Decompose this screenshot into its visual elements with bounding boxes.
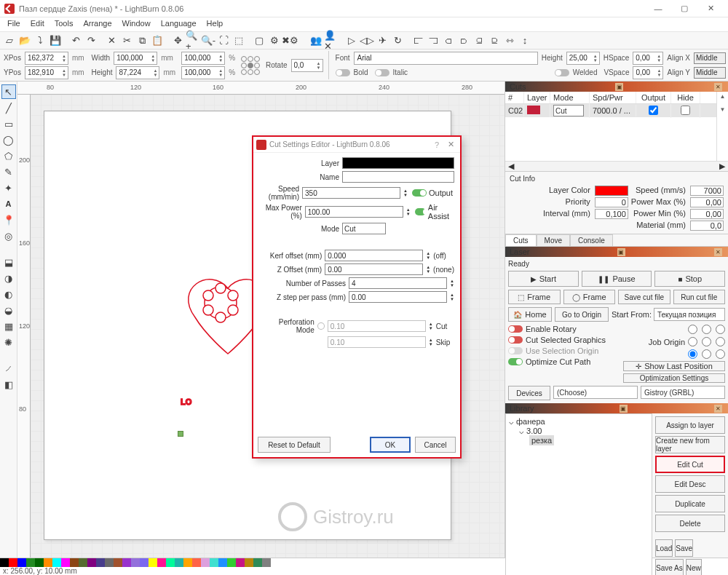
panel-close-icon[interactable]: ✕ [714,405,722,413]
dist-h-icon[interactable]: ⇿ [502,33,517,48]
frame-hull-button[interactable]: ◯ Frame [563,290,616,304]
kerf-input[interactable] [325,250,423,261]
perf-toggle[interactable] [317,322,325,330]
select-tool-icon[interactable]: ↖ [1,84,16,99]
alignx-select[interactable]: Middle [694,52,726,64]
load-button[interactable]: Load [655,539,673,557]
enable-rotary-toggle[interactable] [508,325,523,333]
align-c-icon[interactable]: ⫎ [426,33,440,48]
color-swatch[interactable] [26,558,35,567]
sy-input[interactable]: ▲▼ [181,66,225,79]
bool-icon[interactable]: ◑ [1,271,16,285]
color-swatch[interactable] [175,558,183,567]
color-swatch[interactable] [87,558,96,567]
minimize-button[interactable]: — [645,1,671,17]
sx-input[interactable]: ▲▼ [181,52,225,65]
hspace-input[interactable]: ▲▼ [633,52,663,65]
path-tool-icon[interactable]: ✎ [1,164,16,179]
menu-arrange[interactable]: Arrange [79,17,116,31]
radial-array-icon[interactable]: ✺ [1,335,16,349]
color-swatch[interactable] [149,558,157,567]
color-swatch[interactable] [52,558,61,567]
menu-edit[interactable]: Edit [26,17,49,31]
color-swatch[interactable] [122,558,131,567]
zoom-in-icon[interactable]: 🔍+ [186,33,200,48]
align-l-icon[interactable]: ⫍ [411,33,425,48]
devices-button[interactable]: Devices [508,386,550,400]
color-swatch[interactable] [96,558,105,567]
color-swatch[interactable] [245,558,253,567]
frame-rect-button[interactable]: ⬚ Frame [508,290,561,304]
send-icon[interactable]: ✈ [375,33,389,48]
rotate-icon[interactable]: ↻ [390,33,405,48]
menu-window[interactable]: Window [118,17,155,31]
mirror-v-icon[interactable]: ◁▷ [360,33,374,48]
color-swatch[interactable] [218,558,227,567]
open-icon[interactable]: 📂 [17,33,32,48]
align-m-icon[interactable]: ⫑ [472,33,486,48]
color-swatch[interactable] [70,558,79,567]
paste-icon[interactable]: 📋 [150,33,165,48]
dlg-power-input[interactable] [305,206,403,218]
polygon-tool-icon[interactable]: ⬠ [1,148,16,163]
dlg-speed-input[interactable] [302,187,400,199]
redo-icon[interactable]: ↷ [84,33,98,48]
interval-value[interactable]: 0,100 [595,209,628,219]
optimize-toggle[interactable] [508,358,523,365]
color-swatch[interactable] [44,558,52,567]
align-t-icon[interactable]: ⫐ [456,33,471,48]
color-swatch[interactable] [227,558,236,567]
tab-move[interactable]: Move [537,234,570,246]
zoom-frame-icon[interactable]: ⛶ [216,33,231,48]
color-swatch[interactable] [35,558,44,567]
tab-console[interactable]: Console [570,234,613,246]
color-swatch[interactable] [201,558,210,567]
priority-value[interactable]: 0 [595,197,628,207]
opt-settings-button[interactable]: Optimization Settings [623,373,725,383]
menu-file[interactable]: File [3,17,25,31]
dialog-close-icon[interactable]: ✕ [445,140,457,149]
text-tool-icon[interactable]: A [1,197,16,211]
copy-icon[interactable]: ⧉ [135,33,149,48]
camera-icon[interactable]: ◧ [1,377,16,392]
cut-icon[interactable]: ✂ [119,33,134,48]
show-last-button[interactable]: ✛ Show Last Position [623,361,725,371]
vspace-input[interactable]: ▲▼ [633,66,663,79]
material-value[interactable]: 0,0 [690,221,724,231]
run-file-button[interactable]: Run cut file [673,290,726,304]
color-swatch[interactable] [166,558,175,567]
color-swatch[interactable] [140,558,149,567]
cut-selected-toggle[interactable] [508,336,523,344]
zstep-input[interactable] [349,291,447,303]
color-swatch[interactable] [253,558,262,567]
ok-button[interactable]: OK [370,437,411,453]
zoffset-input[interactable] [325,263,423,275]
name-input[interactable] [342,171,454,183]
cuts-table-row[interactable]: C02 Cut 7000.0 / ... [505,104,716,117]
new-icon[interactable]: ▱ [2,33,17,48]
ungroup-icon[interactable]: 👤✕ [324,33,339,48]
color-swatch[interactable] [157,558,166,567]
color-swatch[interactable] [131,558,140,567]
panel-float-icon[interactable]: ▣ [615,83,623,91]
text-height-input[interactable]: ▲▼ [566,52,600,65]
delete-icon[interactable]: ✕ [104,33,119,48]
settings-icon[interactable]: ⚙ [267,33,282,48]
library-tree[interactable]: ⌵ фанера ⌵ 3.00 резка [505,413,652,575]
color-swatch[interactable] [192,558,201,567]
speed-value[interactable]: 7000 [690,186,724,196]
zoom-out-icon[interactable]: 🔍- [201,33,215,48]
device-settings-icon[interactable]: ✖⚙ [282,33,297,48]
measure-icon[interactable]: ⟋ [1,361,16,376]
create-from-layer-button[interactable]: Create new from layer [655,436,725,453]
color-swatch[interactable] [210,558,218,567]
close-button[interactable]: ✕ [697,1,724,17]
weld-icon[interactable]: ⬓ [1,255,16,269]
goto-origin-button[interactable]: Go to Origin [555,307,609,322]
panel-close-icon[interactable]: ✕ [714,248,722,256]
welded-toggle[interactable]: Welded [553,68,601,76]
device-select[interactable]: Gistroy (GRBL) [641,386,725,399]
edit-node-icon[interactable]: ✦ [1,181,16,195]
delete-button[interactable]: Delete [655,515,725,532]
bool2-icon[interactable]: ◐ [1,287,16,301]
